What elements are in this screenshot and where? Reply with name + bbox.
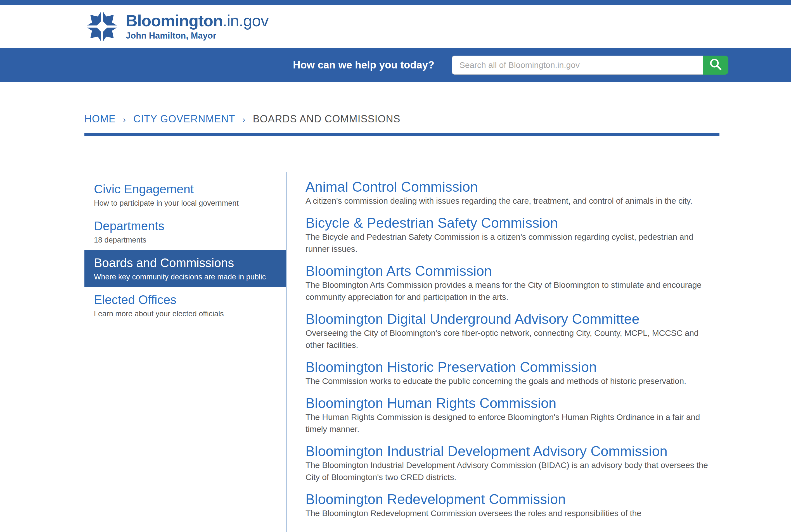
search-icon xyxy=(709,58,722,72)
board-item: Bloomington Digital Underground Advisory… xyxy=(305,311,780,351)
breadcrumb-separator-icon: › xyxy=(242,114,245,125)
board-description: The Bloomington Arts Commission provides… xyxy=(305,279,716,303)
city-snowflake-logo-icon xyxy=(86,10,118,43)
sidebar: Civic Engagement How to participate in y… xyxy=(84,172,286,532)
site-logo-link[interactable]: Bloomington.in.gov John Hamilton, Mayor xyxy=(86,10,268,43)
board-item: Bloomington Arts Commission The Blooming… xyxy=(305,263,780,303)
breadcrumb-city-government[interactable]: CITY GOVERNMENT xyxy=(133,113,235,125)
board-link-digital-underground[interactable]: Bloomington Digital Underground Advisory… xyxy=(305,311,780,327)
breadcrumb-separator-icon: › xyxy=(123,114,126,125)
board-description: Overseeing the City of Bloomington's cor… xyxy=(305,327,716,351)
section-divider-line xyxy=(84,142,719,142)
sidebar-item-description: Learn more about your elected officials xyxy=(94,309,276,319)
site-tagline: John Hamilton, Mayor xyxy=(126,31,268,41)
main-content: Civic Engagement How to participate in y… xyxy=(84,172,791,532)
search-button[interactable] xyxy=(703,56,728,75)
top-accent-bar xyxy=(0,0,791,5)
search-prompt: How can we help you today? xyxy=(293,59,434,71)
sidebar-item-title: Civic Engagement xyxy=(94,182,276,196)
board-link-arts-commission[interactable]: Bloomington Arts Commission xyxy=(305,263,780,279)
sidebar-item-departments[interactable]: Departments 18 departments xyxy=(84,213,286,250)
board-link-bicycle-pedestrian-safety[interactable]: Bicycle & Pedestrian Safety Commission xyxy=(305,215,780,231)
board-link-animal-control[interactable]: Animal Control Commission xyxy=(305,179,780,195)
board-item: Bloomington Human Rights Commission The … xyxy=(305,395,780,435)
search-input[interactable] xyxy=(452,56,703,75)
board-link-industrial-development[interactable]: Bloomington Industrial Development Advis… xyxy=(305,443,780,459)
board-link-historic-preservation[interactable]: Bloomington Historic Preservation Commis… xyxy=(305,359,780,375)
sidebar-item-description: How to participate in your local governm… xyxy=(94,198,276,208)
board-description: The Commission works to educate the publ… xyxy=(305,375,716,387)
sidebar-item-description: Where key community decisions are made i… xyxy=(94,272,276,282)
board-description: The Bloomington Industrial Development A… xyxy=(305,459,716,483)
board-item: Bloomington Industrial Development Advis… xyxy=(305,443,780,483)
breadcrumb-underline-bar xyxy=(84,133,719,136)
search-box xyxy=(452,56,728,75)
sidebar-item-elected-offices[interactable]: Elected Offices Learn more about your el… xyxy=(84,287,286,324)
sidebar-item-description: 18 departments xyxy=(94,235,276,245)
site-title-block: Bloomington.in.gov John Hamilton, Mayor xyxy=(126,12,268,41)
board-link-human-rights[interactable]: Bloomington Human Rights Commission xyxy=(305,395,780,411)
board-description: A citizen's commission dealing with issu… xyxy=(305,195,716,207)
site-header: Bloomington.in.gov John Hamilton, Mayor xyxy=(0,5,791,48)
sidebar-item-title: Boards and Commissions xyxy=(94,256,276,270)
search-banner: How can we help you today? xyxy=(0,48,791,82)
board-description: The Bloomington Redevelopment Commission… xyxy=(305,507,716,519)
sidebar-item-civic-engagement[interactable]: Civic Engagement How to participate in y… xyxy=(84,176,286,213)
board-description: The Human Rights Commission is designed … xyxy=(305,411,716,435)
board-item: Bicycle & Pedestrian Safety Commission T… xyxy=(305,215,780,255)
board-link-redevelopment[interactable]: Bloomington Redevelopment Commission xyxy=(305,492,780,507)
site-tld: .in.gov xyxy=(223,12,269,30)
breadcrumb-current-page: BOARDS AND COMMISSIONS xyxy=(253,113,400,125)
sidebar-item-title: Elected Offices xyxy=(94,293,276,307)
board-description: The Bicycle and Pedestrian Safety Commis… xyxy=(305,231,716,255)
sidebar-item-title: Departments xyxy=(94,219,276,233)
site-title: Bloomington.in.gov xyxy=(126,12,268,29)
site-name: Bloomington xyxy=(126,12,223,30)
board-item: Animal Control Commission A citizen's co… xyxy=(305,179,780,207)
board-list: Animal Control Commission A citizen's co… xyxy=(286,172,791,532)
board-item: Bloomington Redevelopment Commission The… xyxy=(305,492,780,519)
sidebar-item-boards-and-commissions[interactable]: Boards and Commissions Where key communi… xyxy=(84,250,286,287)
board-item: Bloomington Historic Preservation Commis… xyxy=(305,359,780,387)
breadcrumb: HOME › CITY GOVERNMENT › BOARDS AND COMM… xyxy=(84,113,791,125)
breadcrumb-home[interactable]: HOME xyxy=(84,113,116,125)
